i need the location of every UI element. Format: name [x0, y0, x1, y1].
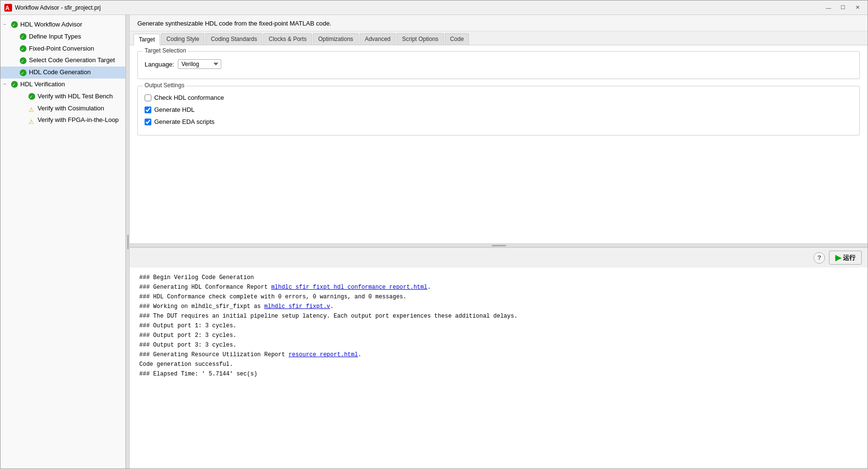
- console-line-4: ### Working on mlhdlc_sfir_fixpt as mlhd…: [139, 302, 858, 311]
- console-line-10: Code generation successful.: [139, 360, 858, 369]
- minimize-button[interactable]: —: [822, 3, 835, 13]
- check-hdl-conformance-checkbox[interactable]: [145, 94, 151, 101]
- generate-hdl-row: Generate HDL: [145, 106, 853, 113]
- check-hdl-conformance-row: Check HDL conformance: [145, 94, 853, 101]
- check-icon-fixed-point-conversion: [20, 45, 27, 52]
- maximize-button[interactable]: ☐: [837, 3, 849, 13]
- console-area: ### Begin Verilog Code Generation### Gen…: [130, 268, 868, 469]
- main-window: A Workflow Advisor - sfir_project.prj — …: [0, 0, 868, 469]
- check-hdl-conformance-label[interactable]: Check HDL conformance: [154, 94, 224, 101]
- tab-coding-style[interactable]: Coding Style: [161, 33, 204, 45]
- tab-bar: TargetCoding StyleCoding StandardsClocks…: [130, 31, 868, 45]
- sidebar-item-define-input-types[interactable]: Define Input Types: [0, 31, 125, 43]
- window-controls: — ☐ ✕: [822, 3, 864, 13]
- tree-toggle-hdl-verification[interactable]: −: [3, 80, 10, 88]
- tree-toggle-hdl-workflow-advisor[interactable]: −: [3, 21, 10, 28]
- language-row: Language: Verilog VHDL: [145, 59, 853, 69]
- sidebar-item-select-code-generation-target[interactable]: Select Code Generation Target: [0, 54, 125, 67]
- generate-hdl-checkbox[interactable]: [145, 107, 151, 113]
- sidebar-label-define-input-types: Define Input Types: [29, 32, 81, 42]
- window-title: Workflow Advisor - sfir_project.prj: [15, 4, 101, 11]
- tab-code[interactable]: Code: [445, 33, 469, 45]
- language-label: Language:: [145, 61, 174, 68]
- content-header: Generate synthesizable HDL code from the…: [130, 15, 868, 31]
- console-line-2: ### Generating HDL Conformance Report ml…: [139, 283, 858, 292]
- target-selection-group: Target Selection Language: Verilog VHDL: [137, 51, 860, 79]
- console-line-5: ### The DUT requires an initial pipeline…: [139, 312, 858, 321]
- console-line-3: ### HDL Conformance check complete with …: [139, 293, 858, 301]
- generate-eda-scripts-checkbox[interactable]: [145, 119, 151, 125]
- check-icon-hdl-code-generation: [20, 69, 27, 76]
- tab-target[interactable]: Target: [134, 34, 160, 45]
- check-icon-hdl-verification: [11, 81, 18, 88]
- sidebar-label-hdl-workflow-advisor: HDL Workflow Advisor: [20, 20, 82, 30]
- main-layout: −HDL Workflow AdvisorDefine Input TypesF…: [0, 15, 868, 469]
- generate-eda-scripts-row: Generate EDA scripts: [145, 118, 853, 125]
- sidebar-resize-handle[interactable]: [126, 15, 130, 469]
- console-line-12: ### Elapsed Time: ' 5.7144' sec(s): [139, 370, 858, 378]
- sidebar-item-hdl-verification[interactable]: −HDL Verification: [0, 79, 125, 91]
- sidebar-item-hdl-code-generation[interactable]: HDL Code Generation: [0, 67, 125, 79]
- console-line-6: ### Output port 1: 3 cycles.: [139, 322, 858, 330]
- sidebar-item-verify-hdl-test-bench[interactable]: Verify with HDL Test Bench: [0, 91, 125, 103]
- close-button[interactable]: ✕: [851, 3, 864, 13]
- sidebar-label-hdl-code-generation: HDL Code Generation: [29, 67, 91, 78]
- run-label: 运行: [843, 254, 855, 262]
- language-select[interactable]: Verilog VHDL: [178, 59, 221, 69]
- check-icon-select-code-generation-target: [20, 57, 27, 64]
- sidebar-label-fixed-point-conversion: Fixed-Point Conversion: [29, 44, 94, 54]
- generate-eda-scripts-label[interactable]: Generate EDA scripts: [154, 118, 214, 125]
- output-settings-content: Check HDL conformance Generate HDL Gener…: [138, 86, 859, 135]
- target-selection-content: Language: Verilog VHDL: [138, 52, 859, 79]
- console-line-9: ### Generating Resource Utilization Repo…: [139, 350, 858, 359]
- console-line-1: ### Begin Verilog Code Generation: [139, 273, 858, 282]
- sidebar: −HDL Workflow AdvisorDefine Input TypesF…: [0, 15, 126, 469]
- warning-icon-verify-fpga-in-the-loop: [28, 117, 35, 124]
- run-icon: ▶: [835, 253, 841, 262]
- top-pane: TargetCoding StyleCoding StandardsClocks…: [130, 31, 868, 243]
- tab-advanced[interactable]: Advanced: [360, 33, 396, 45]
- sidebar-item-verify-cosimulation[interactable]: Verify with Cosimulation: [0, 103, 125, 115]
- sidebar-label-verify-cosimulation: Verify with Cosimulation: [38, 104, 104, 114]
- help-button[interactable]: ?: [814, 252, 825, 264]
- app-icon: A: [4, 4, 12, 12]
- check-icon-define-input-types: [20, 33, 27, 40]
- run-button[interactable]: ▶ 运行: [829, 251, 862, 265]
- split-handle-grip: [492, 245, 506, 246]
- target-selection-title: Target Selection: [143, 47, 188, 54]
- console-link-2[interactable]: mlhdlc_sfir_fixpt_hdl_conformance_report…: [271, 284, 427, 291]
- tab-clocks-ports[interactable]: Clocks & Ports: [263, 33, 312, 45]
- console-line-7: ### Output port 2: 3 cycles.: [139, 331, 858, 340]
- check-icon-verify-hdl-test-bench: [28, 93, 35, 100]
- tab-content-target: Target Selection Language: Verilog VHDL: [130, 45, 868, 148]
- sidebar-label-select-code-generation-target: Select Code Generation Target: [29, 55, 115, 66]
- console-line-8: ### Output port 3: 3 cycles.: [139, 341, 858, 349]
- sidebar-label-verify-fpga-in-the-loop: Verify with FPGA-in-the-Loop: [38, 115, 119, 125]
- sidebar-label-hdl-verification: HDL Verification: [20, 80, 65, 90]
- bottom-toolbar: ? ▶ 运行: [130, 247, 868, 268]
- titlebar-left: A Workflow Advisor - sfir_project.prj: [4, 4, 101, 12]
- content-description: Generate synthesizable HDL code from the…: [137, 20, 331, 27]
- check-icon-hdl-workflow-advisor: [11, 21, 18, 28]
- bottom-pane: ? ▶ 运行 ### Begin Verilog Code Generation…: [130, 247, 868, 469]
- output-settings-title: Output Settings: [143, 82, 187, 89]
- warning-icon-verify-cosimulation: [28, 105, 35, 112]
- console-link-9[interactable]: resource_report.html: [289, 351, 358, 358]
- content-area: Generate synthesizable HDL code from the…: [130, 15, 868, 469]
- split-handle[interactable]: [130, 243, 868, 247]
- sidebar-item-fixed-point-conversion[interactable]: Fixed-Point Conversion: [0, 43, 125, 55]
- svg-text:A: A: [5, 5, 10, 12]
- sidebar-item-hdl-workflow-advisor[interactable]: −HDL Workflow Advisor: [0, 19, 125, 31]
- titlebar: A Workflow Advisor - sfir_project.prj — …: [0, 0, 868, 15]
- sidebar-label-verify-hdl-test-bench: Verify with HDL Test Bench: [38, 92, 113, 102]
- sidebar-item-verify-fpga-in-the-loop[interactable]: Verify with FPGA-in-the-Loop: [0, 114, 125, 126]
- console-link-4[interactable]: mlhdlc_sfir_fixpt.v: [264, 303, 330, 310]
- output-settings-group: Output Settings Check HDL conformance Ge…: [137, 86, 860, 135]
- tab-optimizations[interactable]: Optimizations: [313, 33, 359, 45]
- tab-coding-standards[interactable]: Coding Standards: [205, 33, 262, 45]
- tab-script-options[interactable]: Script Options: [397, 33, 443, 45]
- split-pane: TargetCoding StyleCoding StandardsClocks…: [130, 31, 868, 469]
- generate-hdl-label[interactable]: Generate HDL: [154, 106, 195, 113]
